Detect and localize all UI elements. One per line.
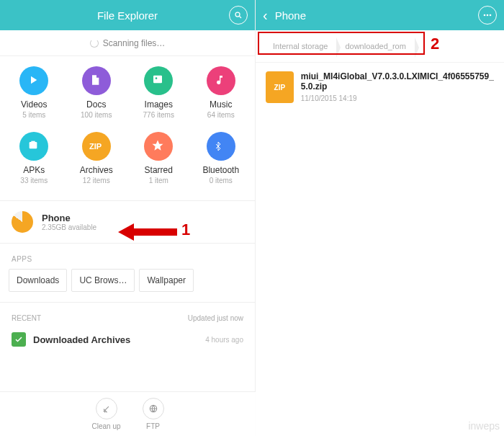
back-icon[interactable]: ‹ xyxy=(263,7,268,24)
more-icon[interactable] xyxy=(478,6,497,25)
category-music[interactable]: Music64 items xyxy=(190,66,253,119)
scanning-bar: Scanning files… xyxy=(0,30,255,56)
storage-name: Phone xyxy=(42,213,96,223)
category-count: 64 items xyxy=(207,111,235,119)
category-name: Music xyxy=(210,99,232,110)
bluetooth-icon xyxy=(207,132,235,161)
recent-item-time: 4 hours ago xyxy=(205,336,243,344)
app-chip[interactable]: UC Brows… xyxy=(71,269,135,292)
music-icon xyxy=(207,66,235,95)
category-count: 0 items xyxy=(210,177,233,184)
category-count: 1 item xyxy=(149,177,168,184)
recent-updated: Updated just now xyxy=(188,314,243,322)
svg-line-1 xyxy=(240,17,242,19)
svg-rect-2 xyxy=(153,76,162,84)
svg-point-3 xyxy=(156,77,158,79)
cleanup-label: Clean up xyxy=(91,422,120,430)
category-videos[interactable]: Videos5 items xyxy=(3,66,66,119)
storage-phone[interactable]: Phone 2.35GB available xyxy=(0,200,255,243)
storage-pie-icon xyxy=(12,211,33,233)
category-name: Starred xyxy=(145,165,173,175)
search-icon[interactable] xyxy=(229,6,248,25)
category-name: Archives xyxy=(80,165,113,175)
ftp-icon xyxy=(143,398,164,419)
svg-point-0 xyxy=(235,12,240,17)
category-images[interactable]: Images776 items xyxy=(127,66,190,119)
scanning-text: Scanning files… xyxy=(103,38,166,48)
docs-icon xyxy=(82,66,111,95)
archives-icon: ZIP xyxy=(82,132,111,161)
apks-icon xyxy=(19,132,48,161)
recent-item-title: Downloaded Archives xyxy=(33,334,130,345)
bottom-bar: Clean up FTP xyxy=(0,391,256,436)
file-row[interactable]: ZIP miui_MI4iGlobal_V7.0.3.0.LXIMICI_4f0… xyxy=(256,63,504,112)
category-count: 12 items xyxy=(83,177,110,184)
category-apks[interactable]: APKs33 items xyxy=(3,132,66,184)
app-chip[interactable]: Wallpaper xyxy=(139,269,194,292)
recent-item[interactable]: Downloaded Archives 4 hours ago xyxy=(0,328,255,351)
category-count: 33 items xyxy=(20,177,48,184)
svg-point-7 xyxy=(487,14,489,17)
crumb-downloaded-rom[interactable]: downloaded_rom xyxy=(336,37,414,55)
watermark: inweps xyxy=(468,420,500,432)
broom-icon xyxy=(96,398,117,419)
category-grid: Videos5 itemsDocs100 itemsImages776 item… xyxy=(0,56,255,200)
recent-header: RECENT Updated just now xyxy=(0,302,255,328)
category-archives[interactable]: ZIPArchives12 items xyxy=(66,132,128,184)
images-icon xyxy=(144,66,173,95)
svg-point-6 xyxy=(484,14,486,17)
right-title: Phone xyxy=(275,9,306,22)
videos-icon xyxy=(19,66,48,95)
category-name: Images xyxy=(145,99,173,110)
zip-icon: ZIP xyxy=(266,71,294,103)
svg-text:ZIP: ZIP xyxy=(89,142,102,151)
category-bluetooth[interactable]: Bluetooth0 items xyxy=(190,132,253,184)
category-count: 5 items xyxy=(22,111,45,119)
svg-rect-4 xyxy=(30,142,37,148)
category-name: Videos xyxy=(21,99,47,110)
right-header: ‹ Phone xyxy=(256,0,504,30)
category-name: APKs xyxy=(23,165,45,175)
left-header: File Explorer xyxy=(0,0,255,30)
annotation-label-2: 2 xyxy=(431,35,439,53)
category-name: Docs xyxy=(86,99,106,110)
annotation-label-1: 1 xyxy=(181,221,190,239)
app-title: File Explorer xyxy=(26,9,229,22)
file-name: miui_MI4iGlobal_V7.0.3.0.LXIMICI_4f06555… xyxy=(301,71,494,92)
spinner-icon xyxy=(90,39,99,48)
starred-icon xyxy=(144,132,173,161)
category-count: 776 items xyxy=(143,111,174,119)
ftp-button[interactable]: FTP xyxy=(143,398,164,430)
app-chip[interactable]: Downloads xyxy=(9,269,67,292)
breadcrumb: Internal storage downloaded_rom xyxy=(256,30,504,63)
cleanup-button[interactable]: Clean up xyxy=(91,398,120,430)
storage-available: 2.35GB available xyxy=(42,223,96,231)
svg-point-8 xyxy=(490,14,492,17)
apps-row: DownloadsUC Brows…Wallpaper xyxy=(0,269,255,302)
file-meta: 11/10/2015 14:19 xyxy=(301,94,494,102)
category-docs[interactable]: Docs100 items xyxy=(66,66,128,119)
recent-label: RECENT xyxy=(12,314,41,322)
category-name: Bluetooth xyxy=(202,165,239,175)
category-count: 100 items xyxy=(81,111,112,119)
apps-section-label: APPS xyxy=(0,243,255,269)
ftp-label: FTP xyxy=(146,422,160,430)
category-starred[interactable]: Starred1 item xyxy=(127,132,190,184)
crumb-internal-storage[interactable]: Internal storage xyxy=(264,37,336,55)
archive-icon xyxy=(12,332,26,347)
